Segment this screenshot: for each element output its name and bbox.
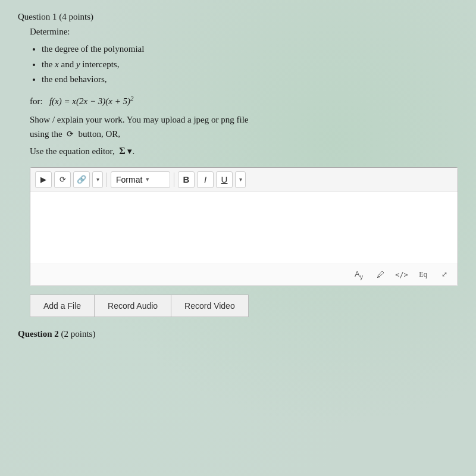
underline-btn[interactable]: U	[216, 171, 233, 188]
function-text: f(x) = x(2x − 3)(x + 5)	[49, 96, 130, 106]
record-audio-label: Record Audio	[108, 301, 158, 311]
show-text-2: using the	[30, 129, 62, 139]
link-icon: 🔗	[77, 175, 86, 184]
video-toolbar-btn[interactable]: ▶	[35, 171, 52, 188]
toolbar-dropdown-arrow-2[interactable]: ▾	[235, 171, 246, 188]
chevron-down-icon-1: ▾	[96, 176, 99, 183]
bold-icon: B	[183, 174, 190, 184]
code-icon: </>	[395, 271, 408, 279]
determine-label: Determine:	[30, 27, 458, 37]
spell-btn[interactable]: 🖊	[372, 267, 389, 283]
question1-title: Question 1	[18, 12, 57, 21]
add-file-button[interactable]: Add a File	[30, 295, 94, 317]
question2-header: Question 2 (2 points)	[18, 329, 458, 339]
record-audio-button[interactable]: Record Audio	[94, 295, 171, 317]
record-video-button[interactable]: Record Video	[171, 295, 249, 317]
for-label: for:	[30, 96, 43, 106]
for-line: for: f(x) = x(2x − 3)(x + 5)2	[30, 95, 458, 107]
expand-btn[interactable]: ⤢	[436, 267, 453, 283]
show-line: Show / explain your work. You may upload…	[30, 112, 458, 141]
bullet-text-2: the x and y intercepts,	[42, 60, 119, 69]
use-line: Use the equation editor, Σ ▾.	[30, 146, 458, 156]
equation-icon: Eq	[419, 270, 427, 279]
video-icon: ▶	[40, 175, 46, 184]
editor-container: ▶ ⟳ 🔗 ▾ Format ▾ B	[30, 167, 458, 286]
function-expression: f(x) = x(2x − 3)(x + 5)2	[49, 96, 134, 106]
bullet-text-3: the end behaviors,	[42, 74, 107, 84]
action-buttons-row: Add a File Record Audio Record Video	[30, 295, 458, 317]
show-text-3: button, OR,	[79, 129, 120, 139]
editor-bottom-toolbar: Ay 🖊 </> Eq ⤢	[30, 264, 458, 286]
use-text-1: Use the equation editor,	[30, 146, 115, 156]
question1-header: Question 1 (4 points)	[18, 12, 458, 22]
italic-icon: I	[204, 174, 206, 184]
code-btn[interactable]: </>	[393, 267, 410, 283]
add-file-label: Add a File	[43, 301, 81, 311]
question1-body: Determine: the degree of the polynomial …	[30, 27, 458, 317]
question2-points: (2 points)	[61, 329, 96, 339]
chevron-down-icon-format: ▾	[146, 176, 149, 183]
bullet-text-1: the degree of the polynomial	[42, 44, 144, 54]
function-sup: 2	[130, 95, 134, 102]
toolbar-dropdown-arrow-1[interactable]: ▾	[92, 171, 103, 188]
spell-check-icon: 🖊	[377, 270, 384, 280]
camera-toolbar-btn[interactable]: ⟳	[54, 171, 71, 188]
use-text-3: ▾.	[127, 146, 134, 156]
editor-toolbar: ▶ ⟳ 🔗 ▾ Format ▾ B	[30, 168, 458, 192]
question1-section: Question 1 (4 points) Determine: the deg…	[18, 12, 458, 317]
ay-icon: Ay	[355, 270, 363, 280]
question2-title: Question 2	[18, 329, 59, 339]
record-video-label: Record Video	[184, 301, 235, 311]
toolbar-separator-1	[107, 173, 107, 187]
chevron-down-icon-2: ▾	[239, 176, 242, 183]
show-text-1: Show / explain your work. You may upload…	[30, 115, 248, 124]
link-toolbar-btn[interactable]: 🔗	[73, 171, 90, 188]
underline-icon: U	[221, 174, 228, 184]
expand-icon: ⤢	[441, 270, 447, 279]
toolbar-separator-2	[174, 173, 174, 187]
ay-btn[interactable]: Ay	[350, 267, 367, 283]
camera-inline-icon: ⟳	[67, 128, 74, 141]
bold-btn[interactable]: B	[178, 171, 195, 188]
bullet-item-2: the x and y intercepts,	[42, 57, 458, 73]
camera-icon: ⟳	[60, 175, 66, 184]
italic-btn[interactable]: I	[197, 171, 214, 188]
question2-section: Question 2 (2 points)	[18, 329, 458, 339]
format-select[interactable]: Format ▾	[111, 171, 170, 188]
editor-content-area[interactable]	[30, 192, 458, 264]
format-label: Format	[116, 175, 142, 184]
bullet-item-3: the end behaviors,	[42, 72, 458, 87]
bullet-list: the degree of the polynomial the x and y…	[42, 42, 458, 87]
question1-points: (4 points)	[59, 12, 93, 21]
eq-btn[interactable]: Eq	[415, 267, 431, 283]
bullet-item-1: the degree of the polynomial	[42, 42, 458, 57]
sigma-symbol: Σ	[119, 146, 125, 156]
